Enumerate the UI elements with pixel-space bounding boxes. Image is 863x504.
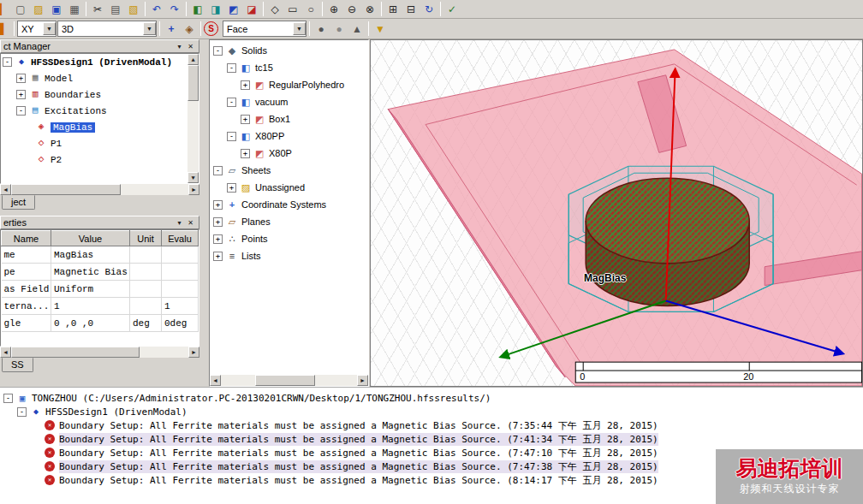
scroll-left-icon[interactable] — [0, 184, 11, 195]
draw-box-icon[interactable]: ◧ — [189, 1, 206, 17]
column-header-name[interactable]: Name — [2, 231, 51, 246]
property-row[interactable]: pe Magnetic Bias — [2, 264, 199, 281]
scroll-up-icon[interactable] — [187, 54, 199, 65]
scroll-thumb[interactable] — [255, 375, 315, 386]
scroll-left-icon[interactable] — [210, 375, 221, 386]
tree-item-magbias[interactable]: MagBias — [1, 119, 187, 135]
paste-icon[interactable]: ▧ — [125, 1, 142, 17]
draw-sphere-icon[interactable]: ◩ — [225, 1, 242, 17]
axes-icon[interactable]: + — [163, 21, 180, 37]
prop-value[interactable]: Uniform — [51, 281, 130, 298]
property-row[interactable]: gle 0 ,0 ,0 deg 0deg — [2, 315, 199, 332]
scroll-track[interactable] — [187, 65, 199, 172]
material-s-icon[interactable]: S — [204, 21, 218, 36]
scroll-right-icon[interactable] — [357, 375, 368, 386]
log-message-row[interactable]: Boundary Setup: All Ferrite materials mu… — [0, 432, 863, 446]
horizontal-scrollbar[interactable] — [0, 347, 199, 358]
tree-item-points[interactable]: Points — [210, 230, 368, 247]
cone-icon[interactable]: ▲ — [348, 21, 366, 37]
draw-polyhedron-icon[interactable]: ◪ — [243, 1, 260, 17]
clipped-left-icon[interactable]: ▍ — [0, 1, 11, 17]
chevron-down-icon[interactable] — [43, 22, 56, 35]
tree-item-coordinate-systems[interactable]: Coordinate Systems — [210, 196, 368, 213]
expand-plus-icon[interactable] — [213, 234, 223, 244]
property-row[interactable]: terna... 1 1 — [2, 298, 199, 315]
tab-hfss[interactable]: SS — [2, 358, 33, 372]
tree-item-design[interactable]: HFSSDesign1 (DrivenModal) — [1, 54, 187, 70]
draw-line-icon[interactable]: ◇ — [266, 1, 283, 17]
view-mode-combo[interactable]: 3D — [57, 21, 157, 37]
draw-rect-icon[interactable]: ▭ — [284, 1, 301, 17]
scroll-right-icon[interactable] — [188, 347, 199, 358]
scroll-down-icon[interactable] — [187, 172, 199, 183]
log-message-row[interactable]: Boundary Setup: All Ferrite materials mu… — [0, 418, 863, 432]
collapse-minus-icon[interactable] — [213, 46, 223, 56]
log-design-row[interactable]: HFSSDesign1 (DrivenModal) — [0, 405, 863, 418]
drawing-plane-combo[interactable]: XY — [17, 21, 57, 37]
snap-mode-icon[interactable]: ◈ — [181, 21, 198, 37]
tree-item-solids[interactable]: Solids — [210, 42, 368, 59]
horizontal-scrollbar[interactable] — [210, 375, 368, 386]
vertical-scrollbar[interactable] — [187, 54, 199, 183]
expand-plus-icon[interactable] — [241, 115, 250, 124]
clipped-left-icon[interactable]: ▋ — [0, 21, 11, 37]
collapse-minus-icon[interactable] — [227, 63, 236, 73]
tree-item-tc15[interactable]: tc15 — [210, 59, 368, 76]
rotate-view-icon[interactable]: ↻ — [420, 1, 437, 17]
pin-icon[interactable] — [174, 217, 185, 228]
scroll-track[interactable] — [11, 184, 188, 195]
tree-item-x80pp[interactable]: X80PP — [210, 127, 368, 145]
property-row[interactable]: me MagBias — [2, 246, 199, 264]
sphere-a-icon[interactable]: ● — [312, 21, 330, 37]
pin-icon[interactable] — [174, 41, 185, 51]
close-icon[interactable] — [185, 41, 196, 51]
expand-plus-icon[interactable] — [241, 80, 250, 90]
collapse-minus-icon[interactable] — [227, 132, 236, 141]
validate-check-icon[interactable]: ✓ — [443, 1, 461, 17]
filter-funnel-icon[interactable]: ▼ — [372, 21, 389, 37]
expand-plus-icon[interactable] — [241, 149, 250, 158]
collapse-minus-icon[interactable] — [3, 394, 13, 403]
properties-titlebar[interactable]: erties — [0, 216, 199, 229]
cut-icon[interactable]: ✂ — [89, 1, 106, 17]
expand-plus-icon[interactable] — [16, 90, 26, 99]
save-icon[interactable]: ▣ — [48, 1, 65, 17]
tree-item-planes[interactable]: Planes — [210, 213, 368, 230]
prop-value[interactable]: 0 ,0 ,0 — [51, 315, 130, 332]
collapse-minus-icon[interactable] — [16, 106, 26, 116]
copy-icon[interactable]: ▤ — [107, 1, 124, 17]
expand-plus-icon[interactable] — [213, 200, 223, 210]
close-icon[interactable] — [185, 217, 196, 228]
prop-value[interactable]: MagBias — [51, 246, 130, 264]
new-file-icon[interactable]: ▢ — [12, 1, 29, 17]
collapse-minus-icon[interactable] — [3, 57, 12, 67]
scroll-left-icon[interactable] — [0, 347, 11, 358]
property-row[interactable]: as Field Uniform — [2, 281, 199, 298]
scroll-track[interactable] — [221, 375, 357, 386]
prop-value[interactable]: Magnetic Bias — [51, 264, 130, 281]
prop-value[interactable]: 1 — [51, 298, 130, 315]
log-project-row[interactable]: TONGZHOU (C:/Users/Administrator.PC-2013… — [0, 391, 863, 405]
expand-plus-icon[interactable] — [213, 252, 223, 261]
tree-item-vacuum[interactable]: vacuum — [210, 93, 368, 110]
open-folder-icon[interactable]: ▨ — [30, 1, 47, 17]
zoom-out-icon[interactable]: ⊟ — [402, 1, 420, 17]
draw-circle-icon[interactable]: ○ — [302, 1, 319, 17]
scroll-thumb[interactable] — [11, 347, 140, 358]
column-header-value[interactable]: Value — [51, 231, 130, 246]
collapse-minus-icon[interactable] — [227, 98, 236, 107]
scroll-right-icon[interactable] — [188, 184, 199, 195]
horizontal-scrollbar[interactable] — [0, 184, 199, 195]
undo-icon[interactable]: ↶ — [148, 1, 165, 17]
print-icon[interactable]: ▦ — [66, 1, 83, 17]
expand-plus-icon[interactable] — [213, 217, 223, 227]
redo-icon[interactable]: ↷ — [166, 1, 183, 17]
column-header-evaluated[interactable]: Evalu — [162, 231, 199, 246]
tab-project[interactable]: ject — [2, 195, 35, 210]
tree-item-p1[interactable]: P1 — [1, 135, 187, 151]
tree-item-boundaries[interactable]: Boundaries — [1, 86, 187, 103]
tree-item-x80p[interactable]: X80P — [210, 145, 368, 162]
selection-mode-combo[interactable]: Face — [223, 21, 307, 37]
tree-item-unassigned[interactable]: Unassigned — [210, 179, 368, 196]
tree-item-sheets[interactable]: Sheets — [210, 162, 368, 179]
